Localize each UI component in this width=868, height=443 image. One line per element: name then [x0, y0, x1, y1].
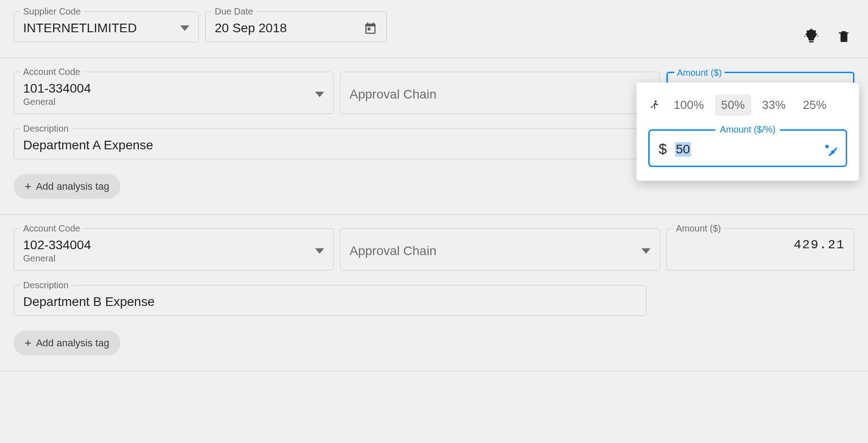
amount-label: Amount ($) [674, 68, 725, 78]
account-code-value: 102-334004 [23, 238, 91, 252]
dollar-icon: $ [659, 141, 667, 158]
plus-icon: + [25, 179, 31, 193]
chevron-down-icon [315, 92, 324, 97]
pct-50-button[interactable]: 50% [715, 94, 751, 116]
approval-chain-field[interactable]: Approval Chain [340, 228, 660, 271]
account-code-label: Account Code [20, 67, 83, 77]
description-value: Department A Expense [23, 138, 637, 153]
header-actions [804, 11, 854, 44]
running-icon [648, 99, 660, 111]
description-label: Description [20, 123, 71, 134]
description-label: Description [20, 280, 71, 290]
svg-point-7 [655, 100, 656, 102]
amount-split-input-label: Amount ($/%) [715, 124, 780, 135]
percent-toggle-icon[interactable] [823, 143, 837, 156]
svg-point-0 [808, 31, 814, 38]
trash-icon[interactable] [837, 29, 851, 44]
amount-split-input[interactable]: Amount ($/%) $ 50 [648, 129, 847, 167]
due-date-label: Due Date [212, 6, 256, 17]
amount-field[interactable]: Amount ($) 429.21 [666, 228, 854, 271]
due-date-value: 20 Sep 2018 [215, 21, 364, 35]
calendar-icon[interactable] [364, 21, 377, 35]
amount-split-popover: 100% 50% 33% 25% Amount ($/%) $ 50 [636, 83, 859, 181]
svg-rect-1 [809, 37, 814, 39]
approval-chain-field[interactable]: Approval Chain [340, 72, 660, 114]
account-code-value: 101-334004 [23, 81, 91, 96]
amount-label: Amount ($) [673, 223, 724, 234]
account-code-field[interactable]: Account Code 101-334004 General [14, 72, 334, 114]
account-code-sub: General [23, 253, 91, 264]
description-field[interactable]: Description Department B Expense [14, 285, 646, 316]
amount-split-value: 50 [675, 142, 691, 157]
line-item-1: Account Code 101-334004 General Approval… [0, 58, 868, 215]
percent-options-row: 100% 50% 33% 25% [648, 94, 847, 116]
description-field[interactable]: Description Department A Expense [14, 128, 646, 159]
supplier-code-value: INTERNETLIMITED [23, 21, 180, 35]
amount-value: 429.21 [676, 238, 845, 252]
svg-line-5 [807, 30, 808, 31]
due-date-field[interactable]: Due Date 20 Sep 2018 [205, 11, 387, 42]
header-row: Supplier Code INTERNETLIMITED Due Date 2… [0, 0, 868, 58]
lightbulb-icon[interactable] [804, 29, 819, 44]
plus-icon: + [25, 336, 31, 350]
svg-line-6 [815, 30, 816, 31]
supplier-code-label: Supplier Code [20, 6, 84, 17]
add-analysis-tag-label: Add analysis tag [36, 337, 109, 349]
pct-100-button[interactable]: 100% [667, 94, 710, 116]
supplier-code-field[interactable]: Supplier Code INTERNETLIMITED [14, 11, 199, 42]
account-code-label: Account Code [20, 223, 83, 234]
account-code-field[interactable]: Account Code 102-334004 General [14, 228, 334, 271]
chevron-down-icon [641, 248, 651, 254]
account-code-sub: General [23, 97, 91, 107]
pct-25-button[interactable]: 25% [797, 94, 833, 116]
description-value: Department B Expense [23, 295, 637, 309]
approval-chain-placeholder: Approval Chain [350, 87, 641, 102]
svg-rect-10 [829, 146, 837, 156]
add-analysis-tag-label: Add analysis tag [36, 181, 109, 192]
pct-33-button[interactable]: 33% [756, 94, 792, 116]
svg-point-8 [825, 145, 829, 148]
chevron-down-icon [180, 25, 189, 31]
add-analysis-tag-button[interactable]: + Add analysis tag [14, 330, 120, 355]
chevron-down-icon [315, 248, 324, 254]
add-analysis-tag-button[interactable]: + Add analysis tag [14, 174, 120, 199]
line-item-2: Account Code 102-334004 General Approval… [0, 215, 868, 371]
approval-chain-placeholder: Approval Chain [350, 244, 641, 258]
invoice-form: Supplier Code INTERNETLIMITED Due Date 2… [0, 0, 868, 371]
